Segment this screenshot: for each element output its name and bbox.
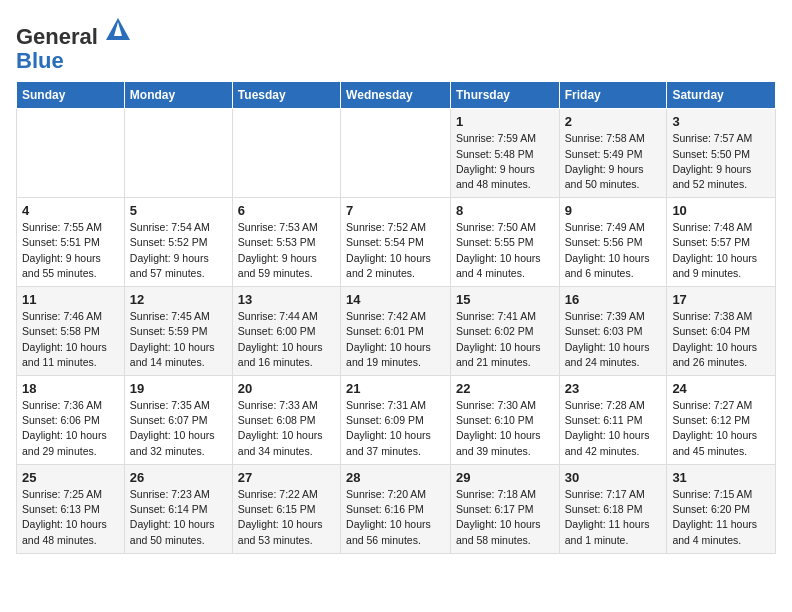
weekday-header-friday: Friday: [559, 82, 667, 109]
calendar-week-row: 4Sunrise: 7:55 AM Sunset: 5:51 PM Daylig…: [17, 198, 776, 287]
logo-blue: Blue: [16, 48, 64, 73]
day-number: 20: [238, 381, 335, 396]
day-info: Sunrise: 7:46 AM Sunset: 5:58 PM Dayligh…: [22, 309, 119, 370]
weekday-header-row: SundayMondayTuesdayWednesdayThursdayFrid…: [17, 82, 776, 109]
calendar-week-row: 25Sunrise: 7:25 AM Sunset: 6:13 PM Dayli…: [17, 464, 776, 553]
calendar-cell: 4Sunrise: 7:55 AM Sunset: 5:51 PM Daylig…: [17, 198, 125, 287]
day-number: 21: [346, 381, 445, 396]
weekday-header-tuesday: Tuesday: [232, 82, 340, 109]
day-number: 7: [346, 203, 445, 218]
calendar-cell: [232, 109, 340, 198]
day-number: 17: [672, 292, 770, 307]
weekday-header-sunday: Sunday: [17, 82, 125, 109]
calendar-cell: 12Sunrise: 7:45 AM Sunset: 5:59 PM Dayli…: [124, 287, 232, 376]
day-info: Sunrise: 7:58 AM Sunset: 5:49 PM Dayligh…: [565, 131, 662, 192]
day-number: 3: [672, 114, 770, 129]
day-info: Sunrise: 7:38 AM Sunset: 6:04 PM Dayligh…: [672, 309, 770, 370]
day-info: Sunrise: 7:41 AM Sunset: 6:02 PM Dayligh…: [456, 309, 554, 370]
day-info: Sunrise: 7:55 AM Sunset: 5:51 PM Dayligh…: [22, 220, 119, 281]
day-number: 10: [672, 203, 770, 218]
day-info: Sunrise: 7:50 AM Sunset: 5:55 PM Dayligh…: [456, 220, 554, 281]
calendar-cell: 23Sunrise: 7:28 AM Sunset: 6:11 PM Dayli…: [559, 376, 667, 465]
day-info: Sunrise: 7:48 AM Sunset: 5:57 PM Dayligh…: [672, 220, 770, 281]
day-info: Sunrise: 7:42 AM Sunset: 6:01 PM Dayligh…: [346, 309, 445, 370]
calendar-cell: 1Sunrise: 7:59 AM Sunset: 5:48 PM Daylig…: [450, 109, 559, 198]
day-number: 12: [130, 292, 227, 307]
calendar-cell: 2Sunrise: 7:58 AM Sunset: 5:49 PM Daylig…: [559, 109, 667, 198]
weekday-header-wednesday: Wednesday: [341, 82, 451, 109]
day-number: 18: [22, 381, 119, 396]
calendar-cell: 28Sunrise: 7:20 AM Sunset: 6:16 PM Dayli…: [341, 464, 451, 553]
calendar-cell: 6Sunrise: 7:53 AM Sunset: 5:53 PM Daylig…: [232, 198, 340, 287]
calendar-cell: 31Sunrise: 7:15 AM Sunset: 6:20 PM Dayli…: [667, 464, 776, 553]
calendar-cell: 10Sunrise: 7:48 AM Sunset: 5:57 PM Dayli…: [667, 198, 776, 287]
calendar-week-row: 1Sunrise: 7:59 AM Sunset: 5:48 PM Daylig…: [17, 109, 776, 198]
calendar-cell: 21Sunrise: 7:31 AM Sunset: 6:09 PM Dayli…: [341, 376, 451, 465]
day-number: 8: [456, 203, 554, 218]
day-number: 15: [456, 292, 554, 307]
day-info: Sunrise: 7:57 AM Sunset: 5:50 PM Dayligh…: [672, 131, 770, 192]
calendar-cell: 7Sunrise: 7:52 AM Sunset: 5:54 PM Daylig…: [341, 198, 451, 287]
calendar-cell: 8Sunrise: 7:50 AM Sunset: 5:55 PM Daylig…: [450, 198, 559, 287]
calendar-cell: 19Sunrise: 7:35 AM Sunset: 6:07 PM Dayli…: [124, 376, 232, 465]
day-info: Sunrise: 7:39 AM Sunset: 6:03 PM Dayligh…: [565, 309, 662, 370]
logo: General Blue: [16, 16, 132, 73]
page-header: General Blue: [16, 16, 776, 73]
calendar-cell: 18Sunrise: 7:36 AM Sunset: 6:06 PM Dayli…: [17, 376, 125, 465]
calendar-cell: 11Sunrise: 7:46 AM Sunset: 5:58 PM Dayli…: [17, 287, 125, 376]
day-info: Sunrise: 7:45 AM Sunset: 5:59 PM Dayligh…: [130, 309, 227, 370]
day-info: Sunrise: 7:31 AM Sunset: 6:09 PM Dayligh…: [346, 398, 445, 459]
calendar-cell: 16Sunrise: 7:39 AM Sunset: 6:03 PM Dayli…: [559, 287, 667, 376]
calendar-cell: 3Sunrise: 7:57 AM Sunset: 5:50 PM Daylig…: [667, 109, 776, 198]
day-number: 27: [238, 470, 335, 485]
day-number: 28: [346, 470, 445, 485]
day-number: 24: [672, 381, 770, 396]
calendar-week-row: 18Sunrise: 7:36 AM Sunset: 6:06 PM Dayli…: [17, 376, 776, 465]
day-info: Sunrise: 7:54 AM Sunset: 5:52 PM Dayligh…: [130, 220, 227, 281]
calendar-cell: 30Sunrise: 7:17 AM Sunset: 6:18 PM Dayli…: [559, 464, 667, 553]
calendar-cell: [17, 109, 125, 198]
day-number: 22: [456, 381, 554, 396]
day-info: Sunrise: 7:30 AM Sunset: 6:10 PM Dayligh…: [456, 398, 554, 459]
day-number: 5: [130, 203, 227, 218]
calendar-cell: 29Sunrise: 7:18 AM Sunset: 6:17 PM Dayli…: [450, 464, 559, 553]
calendar-cell: [124, 109, 232, 198]
calendar-week-row: 11Sunrise: 7:46 AM Sunset: 5:58 PM Dayli…: [17, 287, 776, 376]
day-number: 6: [238, 203, 335, 218]
day-info: Sunrise: 7:27 AM Sunset: 6:12 PM Dayligh…: [672, 398, 770, 459]
calendar-cell: [341, 109, 451, 198]
logo-general: General: [16, 24, 98, 49]
day-info: Sunrise: 7:59 AM Sunset: 5:48 PM Dayligh…: [456, 131, 554, 192]
day-info: Sunrise: 7:22 AM Sunset: 6:15 PM Dayligh…: [238, 487, 335, 548]
calendar-table: SundayMondayTuesdayWednesdayThursdayFrid…: [16, 81, 776, 553]
weekday-header-saturday: Saturday: [667, 82, 776, 109]
day-info: Sunrise: 7:44 AM Sunset: 6:00 PM Dayligh…: [238, 309, 335, 370]
calendar-cell: 26Sunrise: 7:23 AM Sunset: 6:14 PM Dayli…: [124, 464, 232, 553]
day-number: 30: [565, 470, 662, 485]
day-info: Sunrise: 7:52 AM Sunset: 5:54 PM Dayligh…: [346, 220, 445, 281]
weekday-header-monday: Monday: [124, 82, 232, 109]
day-info: Sunrise: 7:15 AM Sunset: 6:20 PM Dayligh…: [672, 487, 770, 548]
weekday-header-thursday: Thursday: [450, 82, 559, 109]
calendar-cell: 5Sunrise: 7:54 AM Sunset: 5:52 PM Daylig…: [124, 198, 232, 287]
day-number: 19: [130, 381, 227, 396]
day-number: 9: [565, 203, 662, 218]
day-number: 4: [22, 203, 119, 218]
day-number: 23: [565, 381, 662, 396]
day-number: 25: [22, 470, 119, 485]
day-number: 14: [346, 292, 445, 307]
day-number: 1: [456, 114, 554, 129]
day-info: Sunrise: 7:28 AM Sunset: 6:11 PM Dayligh…: [565, 398, 662, 459]
day-info: Sunrise: 7:23 AM Sunset: 6:14 PM Dayligh…: [130, 487, 227, 548]
day-number: 31: [672, 470, 770, 485]
calendar-cell: 27Sunrise: 7:22 AM Sunset: 6:15 PM Dayli…: [232, 464, 340, 553]
day-info: Sunrise: 7:53 AM Sunset: 5:53 PM Dayligh…: [238, 220, 335, 281]
day-info: Sunrise: 7:35 AM Sunset: 6:07 PM Dayligh…: [130, 398, 227, 459]
day-info: Sunrise: 7:33 AM Sunset: 6:08 PM Dayligh…: [238, 398, 335, 459]
day-info: Sunrise: 7:36 AM Sunset: 6:06 PM Dayligh…: [22, 398, 119, 459]
calendar-cell: 24Sunrise: 7:27 AM Sunset: 6:12 PM Dayli…: [667, 376, 776, 465]
calendar-cell: 22Sunrise: 7:30 AM Sunset: 6:10 PM Dayli…: [450, 376, 559, 465]
day-number: 26: [130, 470, 227, 485]
calendar-cell: 17Sunrise: 7:38 AM Sunset: 6:04 PM Dayli…: [667, 287, 776, 376]
day-number: 29: [456, 470, 554, 485]
